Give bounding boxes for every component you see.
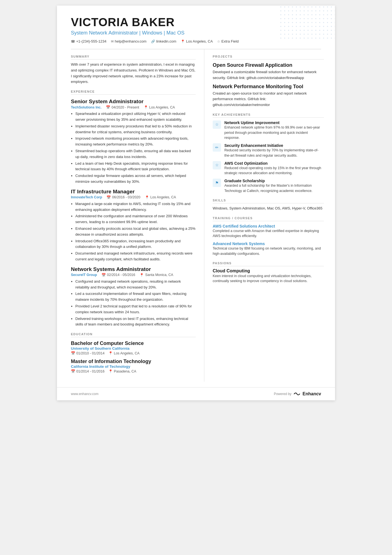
contact-linkedin: 🔗 linkedin.com	[151, 39, 176, 43]
right-column: PROJECTS Open Source Firewall Applicatio…	[204, 49, 335, 382]
job-3-location: 📍 Santa Monica, CA	[140, 273, 173, 277]
list-item: Administered the configuration and maint…	[75, 213, 196, 225]
pin-icon-3: 📍	[140, 273, 144, 277]
footer-powered-by: Powered by Enhancv	[274, 391, 321, 396]
job-2-dates: 📅 06/2016 - 03/2020	[106, 195, 140, 199]
resume-footer: www.enhancv.com Powered by Enhancv	[57, 387, 335, 400]
cal-icon-1: 📅	[106, 105, 110, 109]
training-2-title: Advanced Network Systems	[213, 241, 324, 246]
list-item: Streamlined backup operations with Datto…	[75, 148, 196, 160]
email-icon: ✉	[111, 40, 114, 43]
cal-icon-edu1: 📅	[71, 351, 75, 355]
achievement-2-title: Security Enhancement Initiative	[224, 143, 324, 148]
edu-1-school: University of Southern California	[71, 346, 196, 351]
project-1: Open Source Firewall Application Develop…	[213, 62, 324, 81]
achievement-2-content: Security Enhancement Initiative Reduced …	[224, 143, 324, 158]
list-item: Provided Level 2 technical support that …	[75, 304, 196, 315]
star-icon: ☆	[217, 40, 220, 43]
candidate-name: VICTORIA BAKER	[71, 16, 321, 29]
training-section-label: TRAINING / COURSES	[213, 216, 324, 221]
achievement-3: ☆ AWS Cost Optimization Reduced cloud op…	[213, 161, 324, 176]
contact-email: ✉ help@enhancv.com	[111, 39, 147, 43]
contact-extra: ☆ Extra Field	[217, 39, 239, 43]
contact-phone: ☎ +1-(234)-555-1234	[71, 39, 106, 43]
resume-header: VICTORIA BAKER System Network Administra…	[57, 6, 335, 49]
location-icon: 📍	[181, 40, 185, 43]
projects-section-label: PROJECTS	[213, 55, 324, 60]
list-item: Implemented disaster recovery procedures…	[75, 124, 196, 135]
training-1-desc: Completed a course with Amazon that cert…	[213, 228, 324, 239]
list-item: Documented and managed network infrastru…	[75, 251, 196, 262]
list-item: Led a team of two Help Desk specialists,…	[75, 161, 196, 172]
enhancv-brand: Enhancv	[302, 391, 321, 396]
training-2: Advanced Network Systems Technical cours…	[213, 241, 324, 256]
passion-1-desc: Keen interest in cloud computing and vir…	[213, 273, 324, 284]
job-3-dates: 📅 02/2014 - 05/2016	[101, 273, 135, 277]
training-1: AWS Certified Solutions Architect Comple…	[213, 224, 324, 239]
enhancv-logo-icon	[293, 391, 301, 396]
achievement-2: ✏ Security Enhancement Initiative Reduce…	[213, 143, 324, 158]
project-2-desc: Created an open-source tool to monitor a…	[213, 91, 324, 108]
job-1-title: Senior System Administrator	[71, 98, 196, 105]
job-2-meta: InnovateTech Corp 📅 06/2016 - 03/2020 📍 …	[71, 195, 196, 199]
edu-2-meta: 📅 01/2014 - 01/2016 📍 Pasadena, CA	[71, 369, 196, 373]
project-1-title: Open Source Firewall Application	[213, 62, 324, 68]
achievement-3-desc: Reduced cloud operating costs by 15% in …	[224, 166, 324, 176]
job-2-company: InnovateTech Corp	[71, 195, 102, 199]
list-item: Delivered training workshops on best IT …	[75, 316, 196, 328]
achievement-3-title: AWS Cost Optimization	[224, 161, 324, 166]
summary-section-label: SUMMARY	[71, 55, 196, 60]
education-section-label: EDUCATION	[71, 332, 196, 337]
achievement-2-desc: Reduced security incidents by 70% by imp…	[224, 148, 324, 158]
achievements-section-label: KEY ACHIEVEMENTS	[213, 113, 324, 118]
training-1-title: AWS Certified Solutions Architect	[213, 224, 324, 228]
edu-1: Bachelor of Computer Science University …	[71, 341, 196, 355]
job-1-company: TechSolutions Inc.	[71, 105, 101, 109]
achievement-1-content: Network Uptime Improvement Enhanced netw…	[224, 120, 324, 140]
list-item: Managed a large-scale migration to AWS, …	[75, 201, 196, 213]
edu-2-degree: Master of Information Technology	[71, 359, 196, 364]
achievement-4: ⚑ Graduate Scholarship Awarded a full sc…	[213, 179, 324, 194]
cal-icon-2: 📅	[106, 195, 111, 199]
job-1-location: 📍 Los Angeles, CA	[144, 105, 175, 109]
job-1-bullets: Spearheaded a virtualization project uti…	[71, 111, 196, 185]
passion-1: Cloud Computing Keen interest in cloud c…	[213, 268, 324, 284]
candidate-title: System Network Administrator | Windows |…	[71, 30, 321, 36]
list-item: Improved network monitoring processes wi…	[75, 136, 196, 147]
job-2: IT Infrastructure Manager InnovateTech C…	[71, 189, 196, 262]
job-2-bullets: Managed a large-scale migration to AWS, …	[71, 201, 196, 262]
phone-icon: ☎	[71, 40, 75, 43]
cal-icon-edu2: 📅	[71, 369, 75, 373]
summary-text: With over 7 years of experience in syste…	[71, 62, 196, 85]
left-column: SUMMARY With over 7 years of experience …	[57, 49, 204, 382]
list-item: Introduced Office365 integration, increa…	[75, 238, 196, 250]
list-item: Led a successful implementation of firew…	[75, 291, 196, 303]
pin-icon-edu1: 📍	[108, 351, 113, 355]
passions-section-label: PASSIONS	[213, 262, 324, 266]
passion-1-title: Cloud Computing	[213, 268, 324, 273]
achievement-1-desc: Enhanced network uptime from 97% to 99.9…	[224, 125, 324, 140]
achievement-3-content: AWS Cost Optimization Reduced cloud oper…	[224, 161, 324, 176]
main-columns: SUMMARY With over 7 years of experience …	[57, 49, 335, 382]
achievement-4-desc: Awarded a full scholarship for the Maste…	[224, 183, 324, 194]
pin-icon-1: 📍	[144, 105, 148, 109]
job-3: Network Systems Administrator SecureIT G…	[71, 266, 196, 327]
edu-1-meta: 📅 01/2010 - 01/2014 📍 Los Angeles, CA	[71, 351, 196, 355]
experience-section-label: EXPERIENCE	[71, 90, 196, 95]
footer-url: www.enhancv.com	[71, 392, 98, 396]
achievement-4-content: Graduate Scholarship Awarded a full scho…	[224, 179, 324, 194]
list-item: Configured and managed network operation…	[75, 279, 196, 290]
list-item: Spearheaded a virtualization project uti…	[75, 111, 196, 123]
achievement-1-icon: ☆	[213, 120, 221, 129]
contact-bar: ☎ +1-(234)-555-1234 ✉ help@enhancv.com 🔗…	[71, 39, 321, 43]
job-3-meta: SecureIT Group 📅 02/2014 - 05/2016 📍 San…	[71, 273, 196, 277]
pin-icon-2: 📍	[145, 195, 149, 199]
achievement-3-icon: ☆	[213, 161, 221, 169]
job-1: Senior System Administrator TechSolution…	[71, 98, 196, 185]
skills-section-label: SKILLS	[213, 199, 324, 203]
job-2-location: 📍 Los Angeles, CA	[145, 195, 176, 199]
list-item: Enhanced security protocols across local…	[75, 226, 196, 238]
achievement-4-icon: ⚑	[213, 179, 221, 187]
project-2-title: Network Performance Monitoring Tool	[213, 84, 324, 90]
training-2-desc: Technical course by IBM focusing on netw…	[213, 246, 324, 256]
